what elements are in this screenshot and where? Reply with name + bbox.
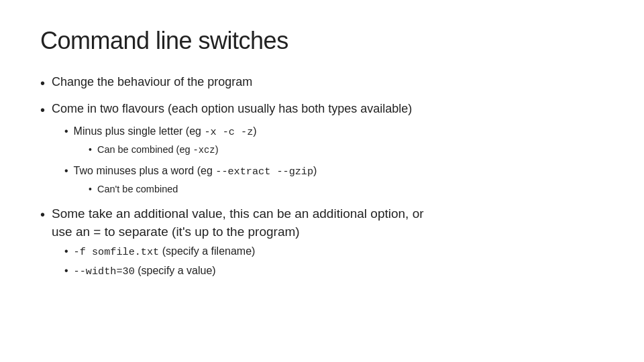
bullet-dot: •	[89, 143, 92, 157]
bullet-text: Can't be combined	[97, 182, 178, 197]
bullet-text: Come in two flavours (each option usuall…	[52, 101, 412, 117]
bullet-dot: •	[40, 101, 45, 119]
bullet-text: Two minuses plus a word (eg --extract --…	[74, 163, 317, 180]
bullet-l1-come: • Come in two flavours (each option usua…	[40, 101, 604, 119]
slide-content: • Change the behaviour of the program • …	[40, 74, 604, 280]
code-example: -x -c -z	[204, 126, 253, 138]
bullet-l2-filename: • -f somfile.txt (specify a filename)	[64, 243, 604, 260]
bullet-l3-combined: • Can be combined (eg -xcz)	[89, 143, 604, 158]
bullet-text: Some take an additional value, this can …	[52, 205, 424, 241]
bullet-dot: •	[40, 74, 45, 93]
bullet-text: --width=30 (specify a value)	[74, 263, 216, 280]
code-example: -xcz	[193, 145, 215, 156]
bullet-dot: •	[64, 243, 68, 259]
bullet-l2-two-minuses: • Two minuses plus a word (eg --extract …	[64, 163, 604, 180]
bullet-dot: •	[64, 163, 68, 179]
bullet-dot: •	[40, 205, 45, 224]
code-example: -f somfile.txt	[74, 246, 160, 258]
bullet-l1-change: • Change the behaviour of the program	[40, 74, 604, 93]
code-example: --extract --gzip	[215, 166, 313, 178]
bullet-l2-minus-single: • Minus plus single letter (eg -x -c -z)	[64, 123, 604, 140]
bullet-text: -f somfile.txt (specify a filename)	[74, 243, 256, 260]
bullet-text: Change the behaviour of the program	[52, 74, 252, 90]
bullet-text: Can be combined (eg -xcz)	[97, 143, 219, 158]
slide-title: Command line switches	[40, 27, 604, 55]
bullet-l1-additional: • Some take an additional value, this ca…	[40, 205, 604, 241]
bullet-text: Minus plus single letter (eg -x -c -z)	[74, 123, 257, 140]
code-example: --width=30	[74, 265, 135, 278]
bullet-l3-cant-combined: • Can't be combined	[89, 182, 604, 197]
bullet-dot: •	[64, 263, 68, 279]
bullet-l2-value: • --width=30 (specify a value)	[64, 263, 604, 280]
bullet-dot: •	[89, 182, 92, 196]
bullet-dot: •	[64, 123, 68, 139]
